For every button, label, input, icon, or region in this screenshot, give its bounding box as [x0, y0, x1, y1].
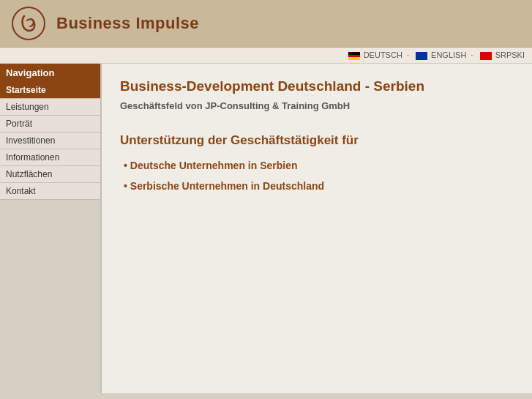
- site-header: Business Impulse: [0, 0, 532, 48]
- bullet-item-1: Deutsche Unternehmen in Serbien: [120, 160, 514, 171]
- main-content: Business-Development Deutschland - Serbi…: [100, 64, 532, 393]
- nav-header: Navigation: [0, 64, 100, 82]
- sidebar-item-portraet[interactable]: Porträt: [0, 116, 100, 133]
- sidebar: Navigation Startseite Leistungen Porträt…: [0, 64, 100, 393]
- sidebar-item-nutzflaechen[interactable]: Nutzflächen: [0, 166, 100, 183]
- page-heading: Business-Development Deutschland - Serbi…: [120, 78, 514, 94]
- language-bar: DEUTSCH · ENGLISH · SRPSKI: [0, 48, 532, 64]
- lang-deutsch[interactable]: DEUTSCH: [364, 51, 402, 59]
- bullet-item-2: Serbische Unternehmen in Deutschland: [120, 180, 514, 192]
- separator1: ·: [407, 51, 409, 59]
- main-layout: Navigation Startseite Leistungen Porträt…: [0, 64, 532, 393]
- lang-english[interactable]: ENGLISH: [431, 51, 466, 59]
- page-subheading: Geschäftsfeld von JP-Consulting & Traini…: [120, 100, 514, 111]
- support-heading: Unterstützung der Geschäftstätigkeit für: [120, 133, 514, 148]
- site-title: Business Impulse: [56, 14, 199, 33]
- flag-sr-icon: [480, 52, 492, 60]
- lang-srpski[interactable]: SRPSKI: [495, 51, 525, 59]
- sidebar-item-kontakt[interactable]: Kontakt: [0, 183, 100, 200]
- sidebar-item-informationen[interactable]: Informationen: [0, 149, 100, 166]
- svg-point-0: [12, 7, 45, 40]
- separator2: ·: [471, 51, 473, 59]
- flag-de-icon: [348, 52, 360, 60]
- logo-icon: [11, 6, 46, 41]
- sidebar-item-leistungen[interactable]: Leistungen: [0, 99, 100, 116]
- sidebar-item-investitionen[interactable]: Investitionen: [0, 133, 100, 149]
- flag-en-icon: [416, 52, 427, 60]
- sidebar-item-startseite[interactable]: Startseite: [0, 82, 100, 99]
